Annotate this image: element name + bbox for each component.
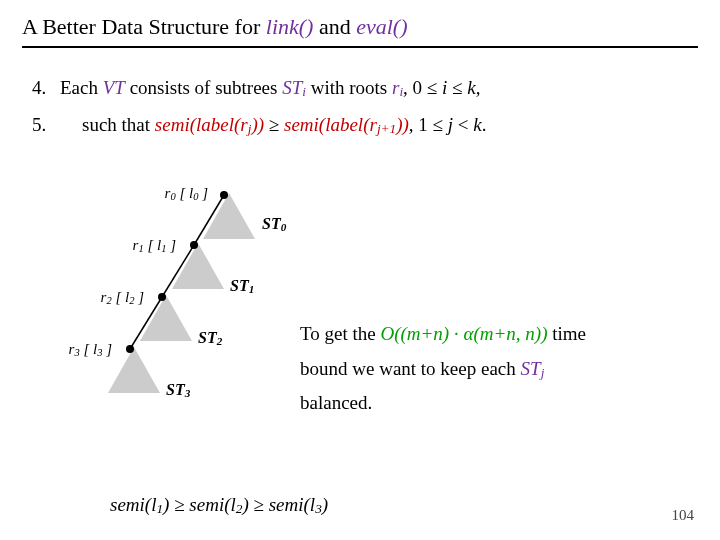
title-rule — [22, 46, 698, 48]
t: ≥ — [249, 494, 269, 515]
t: 3 — [74, 347, 79, 358]
subtree-st0-icon — [203, 193, 255, 239]
t: ≥ — [264, 114, 284, 135]
node-r0-icon — [220, 191, 228, 199]
title-mid: and — [313, 14, 356, 39]
t: j+1 — [377, 121, 396, 136]
bullet-4: 4. Each VT consists of subtrees STi with… — [32, 76, 698, 101]
t: 2 — [129, 295, 134, 306]
t: 3 — [315, 501, 322, 516]
title-fn-eval: eval() — [356, 14, 407, 39]
sti: STi — [282, 77, 306, 98]
slide-title: A Better Data Structure for link() and e… — [22, 14, 698, 46]
stj: STj — [521, 358, 545, 379]
t: , 1 ≤ — [409, 114, 448, 135]
semi1: semi(label(rj)) — [155, 114, 264, 135]
t: ST — [230, 277, 249, 294]
node-r1-icon — [190, 241, 198, 249]
label-st2: ST2 — [198, 329, 222, 347]
t: 0 — [170, 191, 175, 202]
t: )) — [396, 114, 409, 135]
bullet-list: 4. Each VT consists of subtrees STi with… — [32, 76, 698, 137]
label-r0: r0 [ l0 ] — [148, 185, 208, 202]
t: 3 — [97, 347, 102, 358]
bullet-5: 5. such that semi(label(rj)) ≥ semi(labe… — [32, 113, 698, 138]
commentary-line-1: To get the O((m+n) · α(m+n, n)) time — [300, 320, 700, 349]
label-r2: r2 [ l2 ] — [84, 289, 144, 306]
t: semi(l — [110, 494, 156, 515]
semi2: semi(label(rj+1)) — [284, 114, 409, 135]
label-st0: ST0 — [262, 215, 286, 233]
node-r2-icon — [158, 293, 166, 301]
t: , — [476, 77, 481, 98]
commentary-line-2: bound we want to keep each STj — [300, 355, 700, 384]
subtree-st3-icon — [108, 347, 160, 393]
vt: VT — [103, 77, 125, 98]
t: )) — [251, 114, 264, 135]
t: bound we want to keep each — [300, 358, 521, 379]
t: 1 — [161, 243, 166, 254]
t: To get the — [300, 323, 380, 344]
t: semi(l — [269, 494, 315, 515]
commentary-block: To get the O((m+n) · α(m+n, n)) time bou… — [300, 320, 700, 424]
t: j — [541, 365, 545, 380]
t: semi(l — [189, 494, 235, 515]
t: semi(label(r — [155, 114, 248, 135]
t: 3 — [185, 387, 191, 399]
t: ≥ — [169, 494, 189, 515]
t: ST — [262, 215, 281, 232]
t: semi(label(r — [284, 114, 377, 135]
t: (m+n, n)) — [473, 323, 547, 344]
label-st3: ST3 — [166, 381, 190, 399]
label-r1: r1 [ l1 ] — [116, 237, 176, 254]
t: ) — [322, 494, 328, 515]
bullet-5-num: 5. — [32, 113, 60, 138]
t: ≤ — [447, 77, 467, 98]
t: 0 — [281, 221, 287, 233]
t: k — [467, 77, 475, 98]
t: 1 — [249, 283, 255, 295]
label-st1: ST1 — [230, 277, 254, 295]
t: ST — [166, 381, 185, 398]
t: < — [453, 114, 473, 135]
t: such that — [82, 114, 155, 135]
t: consists of subtrees — [125, 77, 282, 98]
t: ST — [198, 329, 217, 346]
subtree-st1-icon — [172, 243, 224, 289]
t: 2 — [217, 335, 223, 347]
t: time — [547, 323, 586, 344]
title-pre: A Better Data Structure for — [22, 14, 266, 39]
alpha: α — [463, 323, 473, 344]
label-r3: r3 [ l3 ] — [52, 341, 112, 358]
bullet-4-num: 4. — [32, 76, 60, 101]
t: Each — [60, 77, 103, 98]
commentary-line-3: balanced. — [300, 389, 700, 418]
t: ST — [282, 77, 302, 98]
t: 1 — [138, 243, 143, 254]
t: . — [482, 114, 487, 135]
title-fn-link: link() — [266, 14, 314, 39]
bullet-5-text: such that semi(label(rj)) ≥ semi(label(r… — [60, 113, 698, 138]
page-number: 104 — [672, 507, 695, 524]
ri: ri — [392, 77, 403, 98]
t: ST — [521, 358, 541, 379]
node-r3-icon — [126, 345, 134, 353]
t: · — [449, 323, 463, 344]
t: with roots — [306, 77, 392, 98]
t: 0 — [193, 191, 198, 202]
subtree-st2-icon — [140, 295, 192, 341]
t: , 0 ≤ — [403, 77, 442, 98]
bullet-4-text: Each VT consists of subtrees STi with ro… — [60, 76, 698, 101]
bottom-inequality: semi(l1) ≥ semi(l2) ≥ semi(l3) — [110, 494, 328, 517]
t: 2 — [106, 295, 111, 306]
t: k — [473, 114, 481, 135]
t: O((m+n) — [380, 323, 449, 344]
